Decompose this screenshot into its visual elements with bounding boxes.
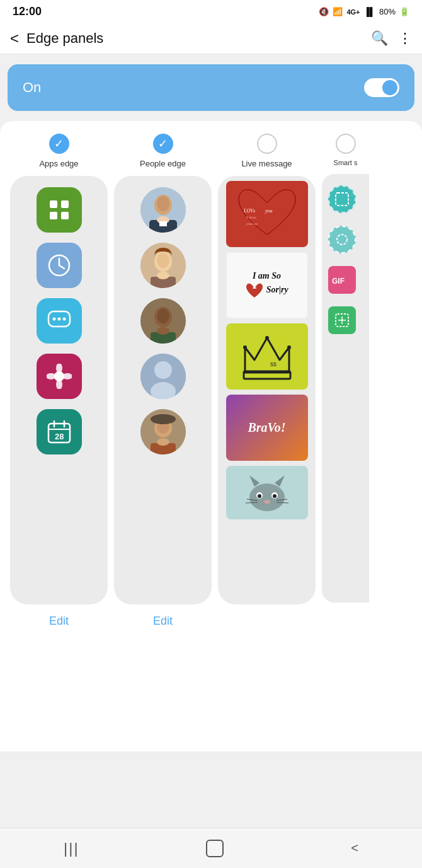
signal-icon: 4G+ [346,8,360,16]
top-bar: < Edge panels 🔍 ⋮ [0,23,422,54]
bottom-nav: ||| < [0,828,422,868]
svg-point-14 [47,373,56,379]
live-message-check-row: Live message [218,134,316,168]
wifi-icon: 📶 [333,7,343,16]
toggle-banner: On [8,64,414,111]
svg-marker-51 [245,338,289,373]
contact-5-avatar [140,409,186,454]
svg-point-34 [157,308,169,323]
apps-edge-edit-button[interactable]: Edit [49,615,69,628]
svg-text:I love: I love [246,215,256,220]
svg-point-23 [157,196,169,211]
svg-point-29 [157,253,169,268]
live-message-panel: Live message LOVs you I love you so [218,134,316,628]
smart-icon-2 [328,226,356,253]
svg-marker-58 [249,475,259,487]
svg-point-54 [243,345,247,349]
smart-icon-1 [328,185,356,213]
recent-apps-button[interactable]: ||| [64,840,79,857]
page-title: Edge panels [26,30,371,47]
calendar-icon: 28 [37,409,82,454]
apps-edge-label: Apps edge [39,159,78,168]
svg-point-8 [52,318,55,321]
back-button[interactable]: < [10,30,19,47]
svg-point-45 [157,438,169,446]
svg-point-63 [273,494,277,498]
contact-3-avatar [140,298,186,344]
apps-edge-card: 28 [10,176,108,605]
svg-point-43 [151,414,176,424]
clock-icon [37,243,82,288]
status-bar: 12:00 🔇 📶 4G+ ▐▌ 80% 🔋 [0,0,422,23]
svg-text:LOVs: LOVs [243,208,255,214]
svg-text:GIF: GIF [332,277,345,286]
svg-point-38 [154,361,172,379]
toggle-switch[interactable] [364,78,399,97]
svg-point-55 [287,345,291,349]
live-message-label: Live message [241,159,292,168]
people-edge-label: People edge [140,159,186,168]
contact-2-avatar [140,243,186,288]
smart-checkbox[interactable] [336,134,356,154]
people-edge-checkbox[interactable]: ✓ [153,134,173,154]
svg-point-31 [157,272,169,279]
smart-icon-3 [328,306,356,334]
people-edge-edit-button[interactable]: Edit [153,615,173,628]
live-msg-sorry: I am So Sor|ry [226,252,308,318]
svg-text:you: you [265,208,273,214]
live-message-card: LOVs you I love you so I am So [218,176,316,605]
live-message-checkbox[interactable] [257,134,277,154]
search-icon[interactable]: 🔍 [371,30,388,47]
svg-point-13 [56,379,62,389]
svg-point-15 [62,373,72,379]
svg-marker-59 [275,475,285,487]
status-icons: 🔇 📶 4G+ ▐▌ 80% 🔋 [319,7,409,16]
battery-icon: 🔋 [399,7,409,16]
svg-point-62 [258,494,261,498]
apps-edge-check-row: ✓ Apps edge [10,134,108,168]
contact-4-avatar [140,354,186,399]
svg-text:ss: ss [270,361,277,367]
people-edge-panel: ✓ People edge [114,134,212,628]
smart-select-panel: Smart s GIF [322,134,369,628]
contact-1-avatar [140,187,186,233]
live-msg-bravo: BraVo! [226,395,308,461]
live-msg-cat [226,466,308,519]
svg-point-64 [264,500,270,504]
smart-icon-gif: GIF [328,266,356,294]
battery-percent: 80% [379,7,396,16]
top-actions: 🔍 ⋮ [371,30,412,47]
svg-point-57 [249,483,285,511]
home-button[interactable] [206,840,224,857]
blossom-icon [37,354,82,399]
svg-point-36 [157,327,169,335]
live-msg-heart: LOVs you I love you so [226,181,308,247]
toggle-label: On [23,79,41,96]
smart-check-row: Smart s [322,134,369,166]
svg-rect-2 [50,212,57,219]
panels-scroll: ✓ Apps edge [6,134,416,628]
people-edge-card [114,176,212,605]
back-button-nav[interactable]: < [351,841,358,855]
svg-text:28: 28 [55,432,64,441]
svg-point-70 [337,234,347,245]
messages-icon [37,298,82,344]
bars-icon: ▐▌ [364,7,375,16]
live-msg-crown: ss [226,323,308,390]
svg-point-12 [56,364,62,373]
smart-label: Smart s [334,159,358,166]
apps-edge-checkbox[interactable]: ✓ [49,134,69,154]
svg-rect-3 [61,212,69,219]
svg-point-10 [62,318,66,321]
svg-point-9 [57,318,60,321]
svg-rect-69 [336,193,348,205]
more-icon[interactable]: ⋮ [398,30,412,47]
svg-text:you so: you so [246,221,258,226]
svg-rect-1 [61,200,69,208]
calculator-icon [37,187,82,233]
mute-icon: 🔇 [319,7,329,16]
smart-card: GIF [322,174,369,603]
svg-line-6 [59,265,64,269]
status-time: 12:00 [13,5,42,18]
people-edge-check-row: ✓ People edge [114,134,212,168]
